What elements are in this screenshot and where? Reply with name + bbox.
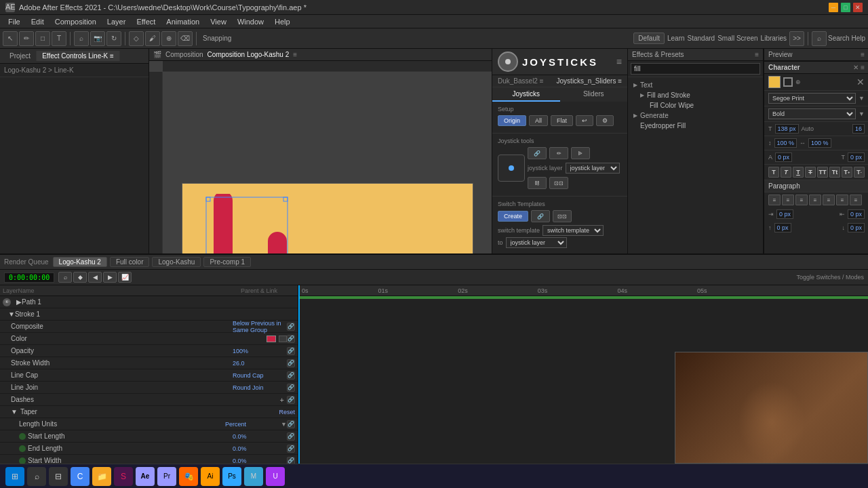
joysticks-panel-menu[interactable]: ≡: [616, 56, 622, 67]
font-family-select[interactable]: Segoe Print: [768, 93, 856, 104]
char-x-icon[interactable]: ✕: [853, 64, 859, 71]
layer-path1[interactable]: 👁 ▶ Path 1: [0, 296, 298, 308]
taskbar-search[interactable]: ⌕: [27, 467, 46, 486]
fmt-caps[interactable]: TT: [817, 167, 828, 178]
tab-precomp1[interactable]: Pre-comp 1: [203, 257, 251, 267]
length-units-link[interactable]: 🔗: [287, 420, 295, 428]
taskbar-chrome[interactable]: C: [71, 467, 90, 486]
line-join-link[interactable]: 🔗: [287, 384, 295, 392]
eff-item-eyedropper[interactable]: Eyedropper Fill: [631, 121, 760, 131]
stroke-color-swatch[interactable]: [783, 77, 793, 87]
render-queue-label[interactable]: Render Queue: [4, 258, 49, 266]
fmt-superscript[interactable]: T+: [842, 167, 852, 178]
menu-edit[interactable]: Edit: [26, 16, 50, 27]
fmt-small-caps[interactable]: Tt: [829, 167, 840, 178]
menu-composition[interactable]: Composition: [50, 16, 102, 27]
eff-item-text[interactable]: ▶ Text: [631, 80, 760, 90]
justify-right[interactable]: ≡: [836, 195, 848, 205]
switch-double-icon[interactable]: ⊡⊡: [553, 210, 572, 222]
layer-opacity[interactable]: Opacity 100% 🔗: [0, 345, 298, 357]
dashes-add[interactable]: +: [280, 396, 284, 404]
joy-link-icon2[interactable]: ⛓: [528, 177, 547, 189]
eff-item-fill-color-wipe[interactable]: Fill Color Wipe: [631, 100, 760, 110]
font-arrow[interactable]: ▼: [859, 95, 865, 102]
tab-effect-controls[interactable]: Effect Controls Line-K ≡: [37, 51, 120, 61]
layer-end-length[interactable]: End Length 0.0% 🔗: [0, 443, 298, 455]
menu-help[interactable]: Help: [269, 16, 296, 27]
fmt-bold[interactable]: T: [768, 167, 779, 178]
joy-double-icon[interactable]: ⊡⊡: [549, 177, 568, 189]
toggle-switches[interactable]: Toggle Switches / Modes: [796, 274, 864, 281]
taper-arrow[interactable]: ▼: [11, 408, 18, 415]
all-btn[interactable]: All: [529, 115, 548, 126]
tl-next-keyframe[interactable]: ▶: [103, 272, 117, 283]
menu-layer[interactable]: Layer: [102, 16, 132, 27]
tab-logo-kashu[interactable]: Logo-Kashu: [152, 257, 201, 267]
zoom-tool[interactable]: ⌕: [74, 31, 89, 46]
indent-right-val[interactable]: 0 px: [848, 209, 865, 219]
workspace-libraries[interactable]: Libraries: [761, 35, 787, 42]
minimize-button[interactable]: ─: [829, 3, 838, 12]
select-tool[interactable]: ↖: [3, 31, 18, 46]
text-tool[interactable]: T: [52, 31, 66, 46]
workspace-learn[interactable]: Learn: [667, 35, 685, 42]
vert-scale-value[interactable]: 100 %: [774, 138, 797, 148]
taskbar-files[interactable]: 📁: [92, 467, 111, 486]
taskbar-taskview[interactable]: ⊟: [49, 467, 68, 486]
space-before-val[interactable]: 0 px: [774, 223, 791, 232]
effects-search-input[interactable]: [631, 63, 760, 75]
layer-start-length[interactable]: Start Length 0.0% 🔗: [0, 430, 298, 443]
horiz-scale-value[interactable]: 100 %: [808, 138, 831, 148]
start-width-link[interactable]: 🔗: [287, 457, 295, 464]
fill-x-btn[interactable]: ✕: [856, 77, 865, 87]
end-length-link[interactable]: 🔗: [287, 445, 295, 453]
justify-left[interactable]: ≡: [809, 195, 821, 205]
fmt-underline[interactable]: T: [793, 167, 804, 178]
taskbar-maya[interactable]: M: [244, 467, 263, 486]
justify-center[interactable]: ≡: [823, 195, 835, 205]
comp-menu[interactable]: ≡: [293, 51, 297, 58]
close-button[interactable]: ✕: [853, 3, 863, 12]
align-right[interactable]: ≡: [795, 195, 808, 205]
eraser-tool[interactable]: ⌫: [178, 31, 193, 46]
align-left[interactable]: ≡: [768, 195, 781, 205]
extra-btn2[interactable]: ⚙: [596, 115, 614, 126]
joy-split-icon[interactable]: ⫸: [571, 147, 590, 159]
layer-stroke1[interactable]: ▼ Stroke 1: [0, 308, 298, 321]
tl-add-keyframe[interactable]: ◆: [73, 272, 87, 283]
line-cap-link[interactable]: 🔗: [287, 371, 295, 380]
taskbar-udemy[interactable]: U: [266, 467, 285, 486]
taskbar-premiere[interactable]: Pr: [157, 467, 176, 486]
maximize-button[interactable]: □: [841, 3, 850, 12]
layer-start-width[interactable]: Start Width 0.0% 🔗: [0, 455, 298, 464]
joy-edit-icon[interactable]: ✏: [549, 147, 568, 159]
font-style-arrow[interactable]: ▼: [859, 110, 865, 117]
font-size-value[interactable]: 138 px: [775, 124, 799, 134]
create-btn[interactable]: Create: [498, 211, 528, 222]
joystick-layer-select2[interactable]: joystick layer: [506, 237, 567, 248]
taskbar-slack[interactable]: S: [114, 467, 133, 486]
mask-tool[interactable]: ◇: [129, 31, 144, 46]
opacity-link[interactable]: 🔗: [287, 347, 295, 355]
align-center[interactable]: ≡: [782, 195, 794, 205]
tab-logo-kashu2[interactable]: Logo-Kashu 2: [53, 257, 107, 267]
layer-taper[interactable]: ▼ Taper Reset: [0, 406, 298, 418]
camera-tool[interactable]: 📷: [90, 31, 105, 46]
space-after-val[interactable]: 0 px: [848, 223, 865, 232]
taskbar-blender[interactable]: 🎭: [179, 467, 198, 486]
color-link[interactable]: 🔗: [287, 335, 295, 343]
origin-btn[interactable]: Origin: [498, 115, 526, 126]
start-length-link[interactable]: 🔗: [287, 432, 295, 441]
workspace-default[interactable]: Default: [633, 33, 665, 44]
eff-item-generate[interactable]: ▶ Generate: [631, 110, 760, 121]
indent-left-val[interactable]: 0 px: [776, 209, 793, 219]
search-btn[interactable]: ⌕: [812, 31, 827, 46]
preview-menu[interactable]: ≡: [861, 51, 865, 58]
tab-full-color[interactable]: Full color: [110, 257, 150, 267]
layer-line-cap[interactable]: Line Cap Round Cap 🔗: [0, 369, 298, 382]
fill-color-swatch[interactable]: [768, 76, 781, 88]
workspace-standard[interactable]: Standard: [688, 35, 715, 42]
tracking-value[interactable]: 16: [852, 124, 865, 134]
path1-eye[interactable]: 👁: [3, 298, 11, 306]
orbit-tool[interactable]: ↻: [106, 31, 121, 46]
